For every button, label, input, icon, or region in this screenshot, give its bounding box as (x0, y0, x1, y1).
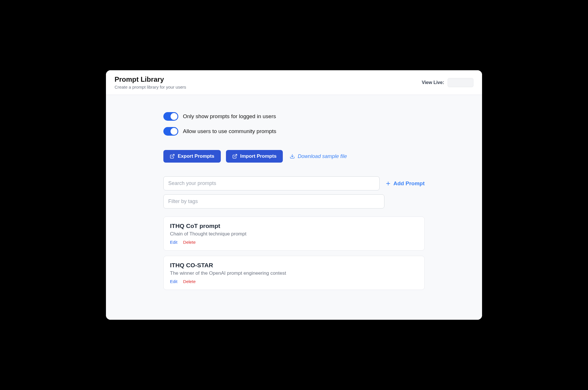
page-title: Prompt Library (115, 75, 186, 83)
toggle-community-label: Allow users to use community prompts (183, 128, 276, 134)
external-link-icon (170, 154, 175, 159)
svg-line-1 (234, 154, 237, 157)
prompt-description: Chain of Thought technique prompt (170, 231, 418, 237)
search-input[interactable] (163, 176, 380, 190)
toggle-logged-in-row: Only show prompts for logged in users (163, 112, 425, 121)
search-container (163, 176, 380, 190)
toggle-knob (171, 113, 177, 120)
header-right: View Live: (422, 78, 473, 87)
import-label: Import Prompts (240, 153, 277, 159)
view-live-selector[interactable] (448, 78, 473, 87)
download-icon (290, 154, 295, 159)
prompt-actions: Edit Delete (170, 240, 418, 245)
toggle-knob (171, 128, 177, 135)
filter-tags-input[interactable] (163, 194, 384, 208)
prompt-card: ITHQ CO-STAR The winner of the OpenAI pr… (163, 256, 425, 290)
edit-link[interactable]: Edit (170, 279, 177, 284)
toggles-section: Only show prompts for logged in users Al… (163, 112, 425, 136)
add-prompt-button[interactable]: Add Prompt (385, 180, 425, 187)
plus-icon (385, 181, 391, 186)
prompt-list: ITHQ CoT prompt Chain of Thought techniq… (163, 217, 425, 290)
action-buttons-row: Export Prompts Import Prompts Download s… (163, 150, 425, 163)
prompt-title: ITHQ CO-STAR (170, 262, 418, 269)
external-link-icon (232, 154, 237, 159)
page-header: Prompt Library Create a prompt library f… (106, 70, 482, 95)
toggle-logged-in-label: Only show prompts for logged in users (183, 113, 276, 120)
import-prompts-button[interactable]: Import Prompts (226, 150, 283, 163)
search-row: Add Prompt (163, 176, 425, 190)
content-inner: Only show prompts for logged in users Al… (160, 112, 428, 290)
delete-link[interactable]: Delete (183, 279, 196, 284)
add-prompt-label: Add Prompt (393, 180, 425, 187)
view-live-label: View Live: (422, 80, 444, 85)
edit-link[interactable]: Edit (170, 240, 177, 245)
app-window: Prompt Library Create a prompt library f… (106, 70, 482, 320)
content-area: Only show prompts for logged in users Al… (106, 95, 482, 320)
toggle-community-row: Allow users to use community prompts (163, 127, 425, 136)
prompt-actions: Edit Delete (170, 279, 418, 284)
svg-line-0 (172, 154, 174, 157)
toggle-logged-in[interactable] (163, 112, 178, 121)
prompt-card: ITHQ CoT prompt Chain of Thought techniq… (163, 217, 425, 251)
page-subtitle: Create a prompt library for your users (115, 85, 186, 89)
download-sample-label: Download sample file (298, 153, 347, 159)
export-label: Export Prompts (178, 153, 214, 159)
filter-row (163, 194, 425, 208)
prompt-description: The winner of the OpenAI prompt engineer… (170, 270, 418, 276)
export-prompts-button[interactable]: Export Prompts (163, 150, 221, 163)
download-sample-link[interactable]: Download sample file (290, 153, 347, 159)
toggle-community[interactable] (163, 127, 178, 136)
prompt-title: ITHQ CoT prompt (170, 223, 418, 229)
header-left: Prompt Library Create a prompt library f… (115, 75, 186, 89)
delete-link[interactable]: Delete (183, 240, 196, 245)
